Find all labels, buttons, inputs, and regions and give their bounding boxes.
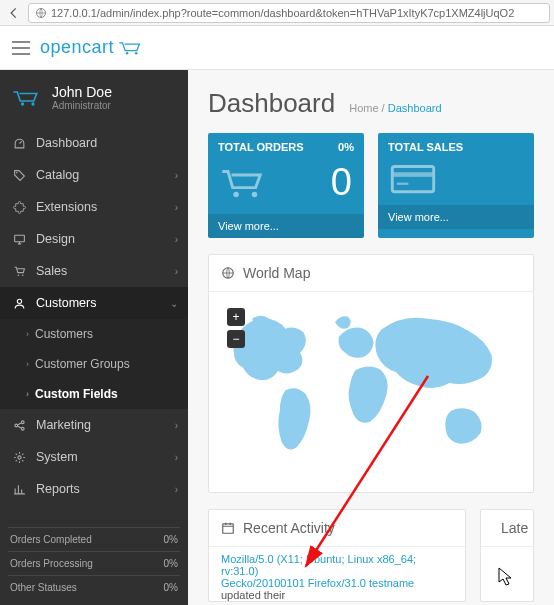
- user-icon: [12, 297, 26, 310]
- status-label: Other Statuses: [10, 582, 77, 593]
- sidebar-item-label: Catalog: [36, 168, 79, 182]
- sidebar-statuses: Orders Completed0% Orders Processing0% O…: [8, 527, 180, 599]
- brand-text: opencart: [40, 37, 114, 58]
- brand-logo[interactable]: opencart: [40, 37, 144, 58]
- map-zoom-out[interactable]: −: [227, 330, 245, 348]
- user-role: Administrator: [52, 100, 112, 111]
- breadcrumb: Home / Dashboard: [349, 102, 441, 114]
- chevron-right-icon: ›: [26, 359, 29, 369]
- status-row: Orders Completed0%: [8, 527, 180, 551]
- tag-icon: [12, 169, 26, 182]
- tile-total-sales: TOTAL SALES View more...: [378, 133, 534, 238]
- sidebar-item-label: Extensions: [36, 200, 97, 214]
- sidebar-item-catalog[interactable]: Catalog ›: [0, 159, 188, 191]
- sidebar-item-customers[interactable]: Customers ⌄: [0, 287, 188, 319]
- cart-icon: [220, 166, 266, 200]
- cart-icon: [118, 39, 144, 57]
- sidebar-item-sales[interactable]: Sales ›: [0, 255, 188, 287]
- svg-rect-18: [397, 183, 409, 185]
- status-value: 0%: [164, 534, 178, 545]
- status-label: Orders Processing: [10, 558, 93, 569]
- svg-point-9: [17, 299, 21, 303]
- sidebar-item-reports[interactable]: Reports ›: [0, 473, 188, 505]
- chevron-right-icon: ›: [175, 452, 178, 463]
- svg-point-2: [135, 51, 138, 54]
- svg-rect-6: [14, 235, 24, 242]
- tile-value: 0: [331, 161, 352, 204]
- sidebar-subitem-customers[interactable]: ›Customers: [0, 319, 188, 349]
- sidebar-nav: Dashboard Catalog › Extensions › Design …: [0, 127, 188, 319]
- status-row: Other Statuses0%: [8, 575, 180, 599]
- svg-point-13: [17, 455, 20, 458]
- tile-pct: 0%: [338, 141, 354, 153]
- status-row: Orders Processing0%: [8, 551, 180, 575]
- sidebar-item-marketing[interactable]: Marketing ›: [0, 409, 188, 441]
- svg-point-4: [31, 102, 34, 105]
- sidebar-item-label: Dashboard: [36, 136, 97, 150]
- sidebar-item-label: Customers: [36, 296, 96, 310]
- desktop-icon: [12, 233, 26, 246]
- map-zoom-in[interactable]: +: [227, 308, 245, 326]
- url-text: 127.0.0.1/admin/index.php?route=common/d…: [51, 7, 514, 19]
- svg-point-15: [252, 191, 258, 197]
- activity-text: updated their: [221, 589, 285, 601]
- sidebar-subitem-customer-groups[interactable]: ›Customer Groups: [0, 349, 188, 379]
- content-area: Dashboard Home / Dashboard TOTAL ORDERS0…: [188, 70, 554, 605]
- chevron-right-icon: ›: [26, 329, 29, 339]
- sidebar-item-label: Sales: [36, 264, 67, 278]
- sidebar-item-system[interactable]: System ›: [0, 441, 188, 473]
- stat-tiles: TOTAL ORDERS0% 0 View more... TOTAL SALE…: [188, 133, 554, 238]
- svg-rect-20: [223, 524, 234, 533]
- cart-icon: [12, 87, 42, 109]
- activity-link[interactable]: Gecko/20100101 Firefox/31.0 testname: [221, 577, 414, 589]
- sidebar-subnav-customers: ›Customers ›Customer Groups ›Custom Fiel…: [0, 319, 188, 409]
- calendar-icon: [221, 521, 235, 535]
- panel-title: Late: [501, 520, 528, 536]
- breadcrumb-home[interactable]: Home: [349, 102, 378, 114]
- chevron-right-icon: ›: [175, 484, 178, 495]
- svg-point-7: [17, 274, 19, 276]
- chevron-right-icon: ›: [175, 234, 178, 245]
- status-label: Orders Completed: [10, 534, 92, 545]
- gear-icon: [12, 451, 26, 464]
- svg-point-14: [233, 191, 239, 197]
- tile-view-more[interactable]: View more...: [378, 205, 534, 229]
- sidebar-item-dashboard[interactable]: Dashboard: [0, 127, 188, 159]
- menu-toggle[interactable]: [12, 41, 30, 55]
- chevron-right-icon: ›: [175, 420, 178, 431]
- panel-recent-activity: Recent Activity Mozilla/5.0 (X11; Ubuntu…: [208, 509, 466, 602]
- tile-title: TOTAL ORDERS: [218, 141, 304, 153]
- sidebar-item-label: Marketing: [36, 418, 91, 432]
- globe-icon: [35, 7, 47, 19]
- svg-point-5: [15, 171, 17, 173]
- activity-entry: Mozilla/5.0 (X11; Ubuntu; Linux x86_64; …: [209, 547, 465, 601]
- sidebar: John Doe Administrator Dashboard Catalog…: [0, 70, 188, 605]
- panel-title: World Map: [243, 265, 310, 281]
- chevron-right-icon: ›: [175, 266, 178, 277]
- tile-title: TOTAL SALES: [388, 141, 463, 153]
- tile-total-orders: TOTAL ORDERS0% 0 View more...: [208, 133, 364, 238]
- world-map[interactable]: + −: [219, 302, 523, 482]
- chevron-right-icon: ›: [175, 202, 178, 213]
- back-button[interactable]: [4, 3, 24, 23]
- puzzle-icon: [12, 201, 26, 214]
- sidebar-item-label: System: [36, 450, 78, 464]
- share-icon: [12, 419, 26, 432]
- app-header: opencart: [0, 26, 554, 70]
- sidebar-item-label: Reports: [36, 482, 80, 496]
- sidebar-subitem-custom-fields[interactable]: ›Custom Fields: [0, 379, 188, 409]
- sidebar-item-extensions[interactable]: Extensions ›: [0, 191, 188, 223]
- browser-chrome: 127.0.0.1/admin/index.php?route=common/d…: [0, 0, 554, 26]
- world-map-svg: [219, 302, 523, 468]
- chart-icon: [12, 483, 26, 496]
- activity-link[interactable]: Mozilla/5.0 (X11; Ubuntu; Linux x86_64; …: [221, 553, 416, 577]
- sidebar-item-label: Design: [36, 232, 75, 246]
- sidebar-item-design[interactable]: Design ›: [0, 223, 188, 255]
- url-bar[interactable]: 127.0.0.1/admin/index.php?route=common/d…: [28, 3, 550, 23]
- breadcrumb-current[interactable]: Dashboard: [388, 102, 442, 114]
- chevron-down-icon: ⌄: [170, 298, 178, 309]
- page-title: Dashboard: [208, 88, 335, 119]
- tile-view-more[interactable]: View more...: [208, 214, 364, 238]
- dashboard-icon: [12, 137, 26, 150]
- sidebar-nav-lower: Marketing › System › Reports ›: [0, 409, 188, 505]
